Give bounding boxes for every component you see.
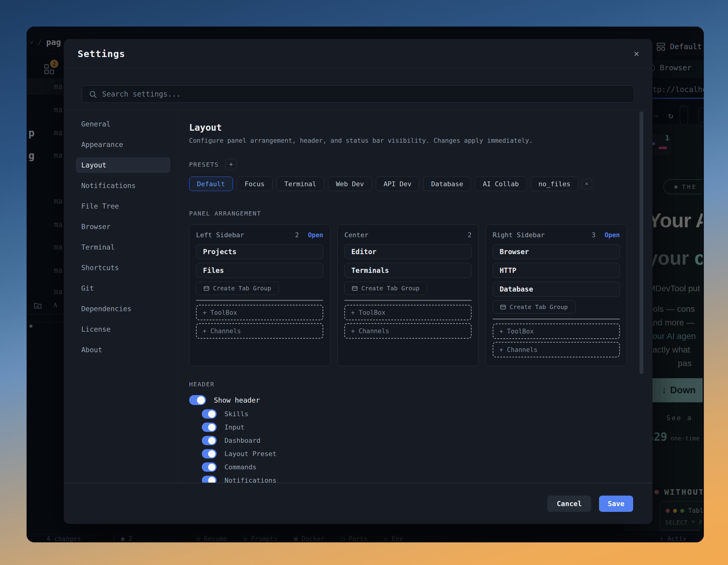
search-row (64, 69, 652, 110)
toggle-label: Layout Preset (224, 450, 276, 457)
sidebar-item-browser[interactable]: Browser (76, 219, 170, 235)
panel-item-browser[interactable]: Browser (493, 244, 620, 259)
tab-group-icon (500, 304, 506, 310)
preset-chip-default[interactable]: Default (189, 177, 233, 191)
toggle-row-layout-preset: Layout Preset (202, 449, 640, 458)
panel-item-projects[interactable]: Projects (196, 244, 323, 259)
sidebar-item-layout[interactable]: Layout (76, 157, 170, 173)
header-section-label: HEADER (189, 380, 640, 388)
card-header: Left Sidebar 2 Open (196, 231, 323, 239)
settings-nav: General Appearance Layout Notifications … (64, 110, 178, 483)
dropzone-channels[interactable]: + Channels (196, 323, 323, 339)
panel-cards: Left Sidebar 2 Open Projects Files (189, 224, 640, 366)
scrollbar-thumb[interactable] (639, 111, 643, 374)
remove-preset-icon[interactable]: × (581, 179, 592, 189)
panel-count: 2 (295, 232, 299, 239)
sidebar-item-file-tree[interactable]: File Tree (76, 198, 170, 214)
create-tab-group-label: Create Tab Group (510, 303, 568, 310)
header-sub-toggles: Skills Input Dashboard Layout Prese (202, 409, 640, 483)
close-icon[interactable]: × (634, 49, 639, 58)
settings-content: Layout Configure panel arrangement, head… (178, 110, 652, 483)
dialog-footer: Cancel Save (64, 483, 652, 524)
divider (196, 300, 323, 300)
toggle-label: Notifications (224, 477, 276, 483)
input-toggle[interactable] (202, 422, 217, 432)
toggle-label: Input (224, 423, 244, 431)
sidebar-item-general[interactable]: General (76, 116, 170, 132)
page-description: Configure panel arrangement, header, and… (189, 137, 640, 144)
presets-label: PRESETS (189, 161, 219, 168)
card-title: Center (344, 231, 368, 239)
panel-card-left-sidebar: Left Sidebar 2 Open Projects Files (189, 224, 330, 366)
dialog-body: General Appearance Layout Notifications … (64, 110, 652, 483)
preset-chip-api-dev[interactable]: API Dev (376, 177, 420, 191)
toggle-row-commands: Commands (202, 462, 640, 472)
presets-header: PRESETS + (189, 159, 640, 170)
divider (493, 319, 620, 319)
search-box[interactable] (82, 85, 634, 103)
card-title: Left Sidebar (196, 231, 244, 239)
add-preset-button[interactable]: + (225, 159, 237, 170)
preset-chip-ai-collab[interactable]: AI Collab (475, 177, 527, 191)
create-tab-group-button[interactable]: Create Tab Group (493, 300, 575, 313)
toggle-row-input: Input (202, 422, 640, 432)
create-tab-group-button[interactable]: Create Tab Group (344, 282, 427, 295)
panel-item-editor[interactable]: Editor (344, 244, 472, 259)
dropzone-toolbox[interactable]: + ToolBox (344, 305, 472, 320)
sidebar-item-terminal[interactable]: Terminal (76, 239, 170, 255)
sidebar-item-dependencies[interactable]: Dependencies (76, 301, 170, 316)
tab-group-icon (204, 286, 209, 291)
sidebar-item-license[interactable]: License (76, 321, 170, 337)
preset-chip-no-files[interactable]: no_files (531, 177, 578, 191)
open-link[interactable]: Open (308, 232, 323, 239)
settings-dialog: Settings × General Appearance Layout (64, 39, 652, 524)
preset-chip-terminal[interactable]: Terminal (276, 177, 324, 191)
show-header-row: Show header (189, 395, 640, 405)
card-title: Right Sidebar (493, 231, 545, 239)
panel-count: 3 (592, 232, 596, 239)
dropzone-toolbox[interactable]: + ToolBox (196, 305, 323, 320)
panel-arrangement-label: PANEL ARRANGEMENT (189, 210, 640, 217)
preset-chips: Default Focus Terminal Web Dev API Dev D… (189, 177, 640, 191)
show-header-label: Show header (214, 396, 260, 404)
panel-item-terminals[interactable]: Terminals (344, 263, 472, 278)
toggle-row-notifications: Notifications (202, 476, 640, 483)
sidebar-item-notifications[interactable]: Notifications (76, 178, 170, 194)
preset-chip-web-dev[interactable]: Web Dev (328, 177, 372, 191)
notifications-toggle[interactable] (202, 476, 217, 483)
sidebar-item-appearance[interactable]: Appearance (76, 137, 170, 153)
panel-item-http[interactable]: HTTP (493, 263, 620, 278)
sidebar-item-shortcuts[interactable]: Shortcuts (76, 260, 170, 276)
search-icon (89, 90, 97, 99)
open-link[interactable]: Open (604, 232, 620, 239)
preset-chip-focus[interactable]: Focus (237, 177, 272, 191)
dropzone-channels[interactable]: + Channels (344, 323, 472, 339)
layout-preset-toggle[interactable] (202, 449, 217, 458)
app-window: ˅ / pag 2 ma ma pma gma ma ma ma ma ma (27, 27, 704, 542)
sidebar-item-about[interactable]: About (76, 342, 170, 358)
skills-toggle[interactable] (202, 409, 217, 419)
sidebar-item-git[interactable]: Git (76, 281, 170, 296)
create-tab-group-button[interactable]: Create Tab Group (196, 282, 279, 295)
panel-card-right-sidebar: Right Sidebar 3 Open Browser HTTP Databa… (486, 224, 627, 366)
save-button[interactable]: Save (599, 496, 633, 512)
show-header-toggle[interactable] (189, 395, 206, 405)
search-input[interactable] (102, 86, 616, 102)
card-header: Right Sidebar 3 Open (493, 231, 620, 239)
preset-chip-database[interactable]: Database (423, 177, 471, 191)
panel-card-center: Center 2 Editor Terminals Create Tab G (337, 224, 478, 366)
page-title: Layout (189, 122, 640, 133)
cancel-button[interactable]: Cancel (547, 496, 591, 512)
dashboard-toggle[interactable] (202, 436, 217, 445)
desktop-background: ˅ / pag 2 ma ma pma gma ma ma ma ma ma (0, 0, 728, 565)
panel-item-files[interactable]: Files (196, 263, 323, 278)
commands-toggle[interactable] (202, 462, 217, 472)
toggle-label: Commands (224, 463, 256, 471)
dropzone-channels[interactable]: + Channels (493, 342, 620, 357)
create-tab-group-label: Create Tab Group (213, 284, 271, 292)
toggle-label: Skills (224, 410, 248, 418)
create-tab-group-label: Create Tab Group (361, 284, 420, 292)
dropzone-toolbox[interactable]: + ToolBox (493, 323, 620, 339)
panel-item-database[interactable]: Database (493, 282, 620, 297)
divider (344, 300, 472, 300)
